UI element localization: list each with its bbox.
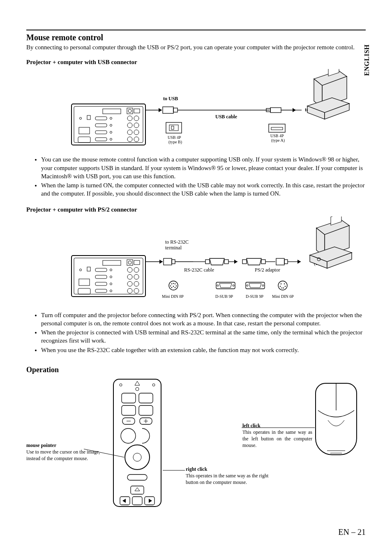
page-title: Mouse remote control [26, 33, 366, 42]
svg-point-108 [247, 285, 248, 286]
svg-point-110 [278, 281, 287, 290]
svg-point-101 [173, 283, 174, 283]
right-click-desc: This operates in the same way as the rig… [186, 473, 268, 485]
ps2-note-3: When you use the RS-232C cable together … [41, 346, 366, 354]
label-usb4p-a: USB 4P [270, 134, 284, 138]
usb-note-1: You can use the mouse remote control fun… [41, 155, 366, 180]
label-dsub9p-2: D-SUB 9P [246, 294, 264, 299]
svg-rect-77 [172, 260, 175, 264]
right-click-label: right click This operates in the same wa… [186, 466, 276, 486]
svg-point-114 [285, 286, 286, 286]
svg-marker-79 [210, 258, 224, 265]
svg-rect-76 [164, 258, 172, 265]
mouse-pointer-desc: Use to move the cursor on the image, ins… [26, 449, 100, 461]
svg-marker-85 [247, 258, 261, 265]
svg-rect-81 [224, 260, 228, 264]
svg-point-99 [175, 287, 175, 288]
top-rule [26, 30, 366, 30]
svg-rect-102 [216, 282, 235, 289]
svg-rect-89 [276, 258, 284, 265]
left-click-label: left click This operates in the same way… [242, 423, 312, 449]
ps2-diagram: to RS-232C terminal RS-232C cable PS/2 a [26, 216, 366, 307]
svg-marker-107 [249, 283, 261, 288]
label-to-rs232c-2: terminal [165, 245, 182, 251]
svg-rect-106 [246, 282, 265, 289]
label-usb-cable: USB cable [215, 114, 238, 120]
left-click-title: left click [242, 423, 312, 429]
label-minidin6p: Mini DIN 6P [272, 294, 294, 299]
svg-marker-103 [219, 283, 232, 288]
svg-rect-87 [261, 260, 265, 264]
svg-point-97 [176, 285, 177, 286]
mouse-pointer-title: mouse pointer [26, 442, 108, 449]
ps2-notes: Turn off computer and the projector befo… [26, 311, 366, 354]
svg-point-93 [169, 281, 178, 290]
intro-paragraph: By connecting to personal computer throu… [26, 43, 366, 51]
label-type-b: (type B) [168, 140, 182, 145]
mouse-pointer-label: mouse pointer Use to move the cursor on … [26, 442, 108, 462]
label-to-rs232c-1: to RS-232C [165, 239, 189, 245]
svg-marker-92 [297, 260, 301, 264]
svg-rect-80 [205, 260, 210, 264]
svg-rect-86 [242, 260, 247, 264]
svg-point-100 [173, 286, 174, 286]
svg-point-115 [281, 287, 282, 288]
svg-marker-37 [293, 108, 296, 112]
svg-point-96 [170, 285, 171, 286]
svg-rect-28 [163, 107, 173, 113]
svg-rect-2 [103, 109, 121, 114]
svg-marker-27 [159, 108, 162, 112]
svg-point-116 [283, 287, 284, 288]
label-rs232c-cable: RS-232C cable [184, 267, 214, 273]
svg-rect-5 [134, 109, 140, 113]
usb-diagram: to USB USB cable to USB port [26, 69, 366, 151]
label-dsub9p-1: D-SUB 9P [215, 294, 233, 299]
svg-point-95 [175, 283, 175, 284]
ps2-note-2: When the projector is connected with USB… [41, 328, 366, 345]
ps2-note-1: Turn off computer and the projector befo… [41, 311, 366, 328]
svg-point-112 [284, 283, 285, 284]
svg-rect-90 [284, 260, 288, 264]
svg-point-109 [262, 285, 264, 286]
svg-point-94 [171, 283, 172, 284]
svg-point-104 [217, 285, 219, 286]
left-click-desc: This operates in the same way as the lef… [242, 429, 312, 448]
svg-point-113 [280, 286, 281, 286]
svg-rect-3 [127, 108, 133, 114]
language-tab: ENGLISH [363, 44, 371, 76]
svg-marker-75 [159, 260, 163, 264]
usb-subheading: Projector + computer with USB connector [26, 59, 366, 66]
svg-marker-84 [234, 260, 238, 264]
label-ps2-adaptor: PS/2 adaptor [255, 267, 280, 273]
usb-note-2: When the lamp is turned ON, the computer… [41, 181, 366, 198]
svg-point-98 [171, 287, 172, 288]
label-usb4p-b: USB 4P [168, 135, 181, 140]
operation-heading: Operation [26, 366, 366, 374]
page-number: EN – 21 [338, 527, 366, 537]
svg-rect-34 [270, 108, 281, 113]
svg-point-111 [281, 283, 281, 284]
label-type-a: (type A) [271, 138, 285, 143]
right-click-title: right click [186, 466, 276, 473]
svg-point-105 [233, 285, 234, 286]
svg-rect-51 [127, 260, 133, 265]
label-to-usb: to USB [163, 96, 178, 101]
ps2-subheading: Projector + computer with PS/2 connector [26, 206, 366, 213]
svg-rect-29 [173, 108, 178, 112]
svg-rect-53 [134, 260, 140, 265]
label-minidin8p: Mini DIN 8P [162, 294, 184, 299]
operation-diagram: mouse pointer Use to move the cursor on … [26, 377, 366, 508]
svg-rect-50 [103, 260, 121, 265]
usb-notes: You can use the mouse remote control fun… [26, 155, 366, 198]
